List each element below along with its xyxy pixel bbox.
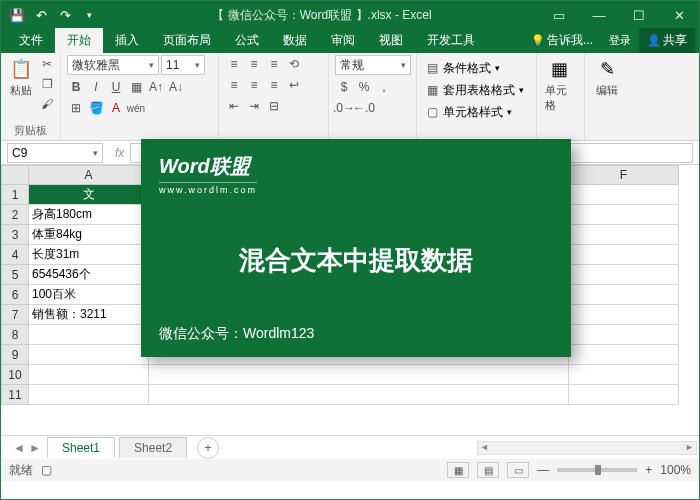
row-header[interactable]: 5 [1, 265, 29, 285]
name-box[interactable]: C9▾ [7, 143, 103, 163]
cell[interactable]: 文 [29, 185, 149, 205]
cell[interactable]: 6545436个 [29, 265, 149, 285]
fill-color-icon[interactable]: 🪣 [87, 99, 105, 117]
indent-dec-icon[interactable]: ⇤ [225, 97, 243, 115]
row-header[interactable]: 7 [1, 305, 29, 325]
cells-button[interactable]: ▦ 单元格 [543, 55, 575, 115]
fx-icon[interactable]: fx [115, 146, 124, 160]
italic-button[interactable]: I [87, 78, 105, 96]
tab-layout[interactable]: 页面布局 [151, 28, 223, 53]
paste-button[interactable]: 📋 粘贴 [7, 55, 35, 113]
table-format-button[interactable]: ▦套用表格格式▾ [423, 81, 530, 99]
tab-formulas[interactable]: 公式 [223, 28, 271, 53]
sheet-nav-next-icon[interactable]: ► [27, 441, 43, 455]
tab-review[interactable]: 审阅 [319, 28, 367, 53]
cell[interactable] [569, 365, 679, 385]
align-bot-icon[interactable]: ≡ [265, 55, 283, 73]
cell[interactable] [569, 225, 679, 245]
zoom-out-icon[interactable]: ― [537, 463, 549, 477]
font-size-combo[interactable]: 11▾ [161, 55, 205, 75]
cell[interactable] [569, 245, 679, 265]
inc-decimal-icon[interactable]: .0→ [335, 99, 353, 117]
zoom-value[interactable]: 100% [660, 463, 691, 477]
row-header[interactable]: 8 [1, 325, 29, 345]
align-mid-icon[interactable]: ≡ [245, 55, 263, 73]
number-format-combo[interactable]: 常规▾ [335, 55, 411, 75]
cell[interactable] [569, 265, 679, 285]
undo-icon[interactable]: ↶ [33, 7, 49, 23]
cell[interactable] [569, 385, 679, 405]
cell[interactable] [569, 345, 679, 365]
cut-icon[interactable]: ✂ [38, 55, 56, 73]
minimize-icon[interactable]: ― [579, 1, 619, 29]
login-button[interactable]: 登录 [601, 29, 639, 52]
copy-icon[interactable]: ❐ [38, 75, 56, 93]
orientation-icon[interactable]: ⟲ [285, 55, 303, 73]
sheet-nav-prev-icon[interactable]: ◄ [11, 441, 27, 455]
row-header[interactable]: 3 [1, 225, 29, 245]
share-button[interactable]: 👤 共享 [639, 28, 695, 53]
cell[interactable] [29, 365, 149, 385]
cell[interactable] [569, 185, 679, 205]
wrap-text-icon[interactable]: ↩ [285, 76, 303, 94]
cell[interactable] [569, 285, 679, 305]
shrink-font-icon[interactable]: A↓ [167, 78, 185, 96]
merge-icon[interactable]: ⊟ [265, 97, 283, 115]
view-normal-icon[interactable]: ▦ [447, 462, 469, 478]
underline-button[interactable]: U [107, 78, 125, 96]
editing-button[interactable]: ✎ 编辑 [591, 55, 623, 100]
font-color-icon[interactable]: A [107, 99, 125, 117]
cell[interactable]: 销售额：3211 [29, 305, 149, 325]
cell[interactable]: 身高180cm [29, 205, 149, 225]
align-right-icon[interactable]: ≡ [265, 76, 283, 94]
tab-file[interactable]: 文件 [7, 28, 55, 53]
tab-developer[interactable]: 开发工具 [415, 28, 487, 53]
percent-icon[interactable]: % [355, 78, 373, 96]
tab-insert[interactable]: 插入 [103, 28, 151, 53]
cell[interactable] [149, 365, 569, 385]
col-header-a[interactable]: A [29, 165, 149, 185]
dec-decimal-icon[interactable]: ←.0 [355, 99, 373, 117]
zoom-in-icon[interactable]: + [645, 463, 652, 477]
row-header[interactable]: 6 [1, 285, 29, 305]
cell[interactable]: 100百米 [29, 285, 149, 305]
cell[interactable]: 长度31m [29, 245, 149, 265]
ribbon-options-icon[interactable]: ▭ [539, 1, 579, 29]
cell[interactable] [29, 345, 149, 365]
tab-home[interactable]: 开始 [55, 28, 103, 53]
tab-data[interactable]: 数据 [271, 28, 319, 53]
cell[interactable] [149, 385, 569, 405]
border-icon[interactable]: ▦ [127, 78, 145, 96]
align-top-icon[interactable]: ≡ [225, 55, 243, 73]
horizontal-scrollbar[interactable]: ◄ ► [477, 441, 697, 455]
row-header[interactable]: 11 [1, 385, 29, 405]
sheet-tab-2[interactable]: Sheet2 [119, 437, 187, 458]
zoom-slider[interactable] [557, 468, 637, 472]
cell[interactable] [29, 385, 149, 405]
row-header[interactable]: 1 [1, 185, 29, 205]
font-name-combo[interactable]: 微软雅黑▾ [67, 55, 159, 75]
sheet-tab-1[interactable]: Sheet1 [47, 437, 115, 458]
close-icon[interactable]: ✕ [659, 1, 699, 29]
view-break-icon[interactable]: ▭ [507, 462, 529, 478]
cell[interactable]: 体重84kg [29, 225, 149, 245]
row-header[interactable]: 9 [1, 345, 29, 365]
add-sheet-button[interactable]: + [197, 437, 219, 459]
tab-view[interactable]: 视图 [367, 28, 415, 53]
select-all-corner[interactable] [1, 165, 29, 185]
indent-inc-icon[interactable]: ⇥ [245, 97, 263, 115]
conditional-format-button[interactable]: ▤条件格式▾ [423, 59, 530, 77]
row-header[interactable]: 2 [1, 205, 29, 225]
cell[interactable] [29, 325, 149, 345]
macro-rec-icon[interactable]: ▢ [41, 463, 52, 477]
cell[interactable] [569, 305, 679, 325]
cell[interactable] [569, 325, 679, 345]
row-header[interactable]: 10 [1, 365, 29, 385]
align-center-icon[interactable]: ≡ [245, 76, 263, 94]
format-painter-icon[interactable]: 🖌 [38, 95, 56, 113]
comma-icon[interactable]: , [375, 78, 393, 96]
grow-font-icon[interactable]: A↑ [147, 78, 165, 96]
maximize-icon[interactable]: ☐ [619, 1, 659, 29]
currency-icon[interactable]: $ [335, 78, 353, 96]
qat-more-icon[interactable]: ▾ [81, 7, 97, 23]
